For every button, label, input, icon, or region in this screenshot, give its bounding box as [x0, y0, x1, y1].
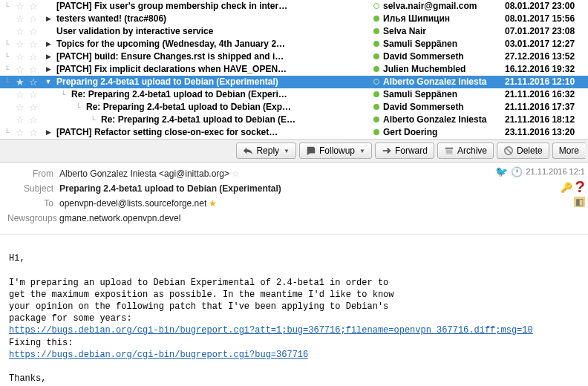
flag-icon[interactable]: ☆	[27, 127, 40, 138]
reply-button[interactable]: Reply ▼	[236, 143, 296, 159]
status-dot	[370, 129, 383, 135]
star-icon[interactable]: ☆	[13, 127, 27, 138]
more-button[interactable]: More	[552, 143, 585, 159]
flag-icon[interactable]: ☆	[27, 39, 40, 50]
flag-icon[interactable]: ☆	[27, 51, 40, 62]
status-dot	[370, 41, 383, 47]
newsgroups-value: gmane.network.openvpn.devel	[59, 213, 180, 223]
star-icon[interactable]: ☆	[13, 102, 27, 113]
thread-from: Илья Шипицин	[383, 13, 505, 24]
flag-icon[interactable]: ☆	[27, 76, 40, 88]
tree-indicator: └	[0, 128, 13, 137]
thread-subject: Preparing 2.4-beta1 upload to Debian (Ex…	[56, 76, 370, 87]
header-date: 21.11.2016 12:1	[526, 167, 585, 176]
expand-icon[interactable]: ▶	[40, 53, 56, 60]
newsgroups-label: Newsgroups	[7, 213, 59, 223]
message-toolbar: Reply ▼ Followup ▼ Forward Archive Delet…	[0, 139, 588, 163]
thread-list: └☆☆[PATCH] Fix user's group membership c…	[0, 0, 588, 139]
thread-from: selva.nair@gmail.com	[383, 1, 505, 11]
status-dot	[370, 16, 383, 22]
thread-subject: Re: Preparing 2.4-beta1 upload to Debian…	[71, 89, 370, 99]
flag-icon[interactable]: ☆	[27, 64, 40, 75]
star-icon[interactable]: ☆	[13, 51, 27, 62]
status-dot	[370, 104, 383, 110]
clock-icon: 🕐	[511, 166, 523, 177]
flag-icon[interactable]: ☆	[27, 89, 40, 100]
more-label: More	[559, 145, 579, 156]
thread-date: 27.12.2016 13:52	[505, 51, 588, 62]
key-icon: 🔑	[561, 182, 572, 193]
flag-icon[interactable]: ☆	[27, 102, 40, 113]
expand-icon[interactable]: ▶	[40, 65, 56, 73]
star-icon[interactable]: ☆	[13, 89, 27, 100]
star-icon[interactable]: ☆	[13, 1, 27, 12]
to-value: openvpn-devel@lists.sourceforge.net★	[59, 198, 217, 209]
star-icon[interactable]: ☆	[13, 114, 27, 125]
thread-date: 21.11.2016 16:32	[505, 89, 588, 99]
archive-button[interactable]: Archive	[437, 143, 494, 159]
thread-row[interactable]: └☆☆▶[PATCH] build: Ensure Changes.rst is…	[0, 50, 588, 63]
forward-button[interactable]: Forward	[375, 143, 434, 159]
link-bugreport-diff[interactable]: https://bugs.debian.org/cgi-bin/bugrepor…	[9, 325, 533, 336]
archive-icon	[444, 145, 454, 156]
message-headers: From Alberto Gonzalez Iniesta <agi@initt…	[0, 163, 588, 234]
dropdown-icon: ▼	[359, 148, 365, 154]
reply-icon	[243, 145, 253, 156]
expand-icon[interactable]: ▶	[40, 40, 56, 48]
thread-row[interactable]: └☆☆▶[PATCH] Refactor setting close-on-ex…	[0, 126, 588, 139]
thread-date: 03.01.2017 12:27	[505, 39, 588, 49]
star-icon[interactable]: ☆	[13, 13, 27, 24]
reply-label: Reply	[256, 145, 279, 156]
delete-button[interactable]: Delete	[497, 143, 549, 159]
thread-row[interactable]: ☆☆└Re: Preparing 2.4-beta1 upload to Deb…	[0, 114, 588, 126]
thread-subject: Re: Preparing 2.4-beta1 upload to Debian…	[101, 114, 370, 125]
thread-subject: [PATCH] Fix user's group membership chec…	[56, 1, 370, 11]
expand-icon[interactable]: ▼	[40, 78, 56, 85]
star-icon[interactable]: ★	[209, 198, 217, 209]
archive-label: Archive	[457, 145, 487, 156]
thread-from: Samuli Seppänen	[383, 39, 505, 49]
thread-row[interactable]: ☆☆└Re: Preparing 2.4-beta1 upload to Deb…	[0, 101, 588, 114]
thread-date: 08.01.2017 23:00	[505, 1, 588, 11]
thread-subject: Topics for the upcoming (Wednesday, 4th …	[56, 39, 370, 49]
thread-date: 23.11.2016 13:20	[505, 127, 588, 137]
star-icon[interactable]: ★	[13, 76, 27, 88]
thread-from: Samuli Seppänen	[383, 89, 505, 99]
thread-row[interactable]: └☆☆▶Topics for the upcoming (Wednesday, …	[0, 38, 588, 50]
to-label: To	[7, 198, 59, 209]
expand-icon[interactable]: ▶	[40, 15, 56, 22]
thread-from: Alberto Gonzalez Iniesta	[383, 76, 505, 87]
star-icon[interactable]: ☆	[13, 39, 27, 50]
thread-from: David Sommerseth	[383, 51, 505, 62]
attachment-box-icon: ◧	[574, 197, 585, 207]
link-bugreport[interactable]: https://bugs.debian.org/cgi-bin/bugrepor…	[9, 350, 308, 360]
flag-icon[interactable]: ☆	[27, 13, 40, 24]
tree-indicator: └	[0, 65, 13, 73]
thread-date: 16.12.2016 19:32	[505, 64, 588, 74]
thread-row[interactable]: └☆☆▶[PATCH] Fix implicit declarations wh…	[0, 63, 588, 76]
svg-rect-0	[445, 148, 454, 150]
svg-rect-1	[446, 150, 453, 154]
flag-icon[interactable]: ☆	[27, 26, 40, 37]
thread-row[interactable]: └★☆▼Preparing 2.4-beta1 upload to Debian…	[0, 76, 588, 88]
tree-indicator: └	[0, 40, 13, 48]
flag-icon[interactable]: ☆	[27, 114, 40, 125]
thread-from: Julien Muchembled	[383, 64, 505, 74]
thread-row[interactable]: └☆☆[PATCH] Fix user's group membership c…	[0, 0, 588, 13]
star-icon[interactable]: ☆	[232, 169, 240, 179]
thread-row[interactable]: ☆☆└Re: Preparing 2.4-beta1 upload to Deb…	[0, 88, 588, 101]
expand-icon[interactable]: ▶	[40, 128, 56, 136]
delete-label: Delete	[517, 145, 543, 156]
thread-row[interactable]: ☆☆▶testers wanted! (trac#806)Илья Шипици…	[0, 13, 588, 25]
message-body: Hi, I'm preparing an upload to Debian Ex…	[0, 234, 588, 386]
subject-label: Subject	[7, 183, 59, 194]
followup-button[interactable]: Followup ▼	[299, 143, 372, 159]
followup-icon	[306, 145, 316, 156]
thread-subject: testers wanted! (trac#806)	[56, 13, 370, 24]
star-icon[interactable]: ☆	[13, 64, 27, 75]
question-icon: ?	[575, 177, 585, 197]
flag-icon[interactable]: ☆	[27, 1, 40, 12]
star-icon[interactable]: ☆	[13, 26, 27, 37]
thread-row[interactable]: ☆☆User validation by interactive service…	[0, 25, 588, 38]
status-dot	[370, 53, 383, 59]
